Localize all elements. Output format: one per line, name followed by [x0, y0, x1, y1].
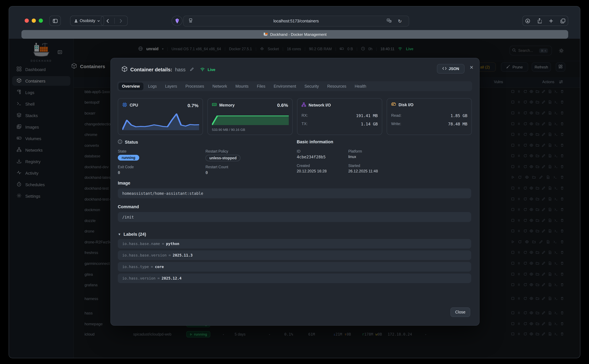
restart-count-value: 0 — [205, 170, 208, 175]
reload-icon[interactable]: ↻ — [398, 19, 402, 24]
tab-security[interactable]: Security — [301, 82, 322, 90]
url-bar[interactable]: localhost:5173/containers A文 ↻ — [183, 16, 409, 26]
sidebar-toggle-button[interactable] — [49, 16, 61, 26]
close-button[interactable]: Close — [450, 307, 470, 317]
tab-network[interactable]: Network — [209, 82, 231, 90]
profile-name: Osobisty — [80, 19, 95, 23]
disk-write: 78.48 MB — [448, 122, 467, 126]
modal-title: Container details: — [130, 67, 172, 72]
network-card: Network I/O RX:191.41 MB TX:1.14 GB — [297, 98, 382, 135]
restart-policy-label: Restart Policy — [205, 149, 228, 153]
modal-tabs: OverviewLogsLayersProcessesNetworkMounts… — [117, 81, 472, 91]
forward-button[interactable] — [114, 19, 127, 23]
disk-read: 1.85 GB — [450, 113, 467, 118]
label-row: io.hass.base.version=2025.11.3 — [118, 250, 471, 260]
cpu-icon — [122, 102, 127, 108]
tab-mounts[interactable]: Mounts — [232, 82, 252, 90]
url-text: localhost:5173/containers — [183, 19, 409, 23]
tab-files[interactable]: Files — [253, 82, 269, 90]
share-icon[interactable] — [537, 18, 542, 23]
restart-policy-badge: unless-stopped — [205, 155, 240, 161]
browser-toolbar: Osobisty localhost:5173/containers A文 ↻ — [9, 6, 580, 30]
page-tab-title: Dockhand - Docker Management — [270, 32, 326, 37]
screen: Osobisty localhost:5173/containers A文 ↻ — [0, 0, 589, 364]
close-icon[interactable]: ✕ — [468, 64, 475, 71]
back-button[interactable] — [101, 19, 114, 23]
tab-overview[interactable]: Overview — [119, 82, 143, 90]
profile-button[interactable]: Osobisty — [70, 16, 104, 26]
json-button[interactable]: JSON — [437, 64, 464, 74]
window-actions-group — [523, 16, 568, 26]
restart-count-label: Restart Count — [205, 165, 228, 169]
platform-value: linux — [348, 155, 356, 159]
created-label: Created — [297, 164, 310, 168]
label-row: io.hass.version=2025.12.4 — [118, 273, 471, 283]
container-details-modal: Container details: hass Live JSON ✕ Over… — [110, 58, 480, 326]
memory-card: Memory 0.6% 533.90 MB / 90.16 GB — [207, 98, 293, 135]
memory-sparkline — [212, 111, 289, 125]
collapse-triangle-icon: ▼ — [118, 233, 121, 236]
memory-icon — [212, 103, 217, 107]
id-label: ID — [297, 149, 300, 153]
dockhand-favicon — [263, 32, 268, 37]
disk-card: Disk I/O Read:1.85 GB Write:78.48 MB — [387, 98, 472, 135]
box-icon — [122, 66, 127, 73]
extension-button[interactable] — [172, 16, 182, 26]
tab-overview-icon[interactable] — [560, 18, 565, 23]
state-label: State — [118, 149, 126, 153]
image-heading: Image — [118, 181, 130, 186]
command-heading: Command — [118, 204, 139, 209]
tab-resources[interactable]: Resources — [324, 82, 350, 90]
label-row: io.hass.base.name=python — [118, 239, 471, 248]
started-label: Started — [348, 164, 360, 168]
exit-code-label: Exit Code — [118, 165, 134, 169]
command-value[interactable]: /init — [118, 212, 471, 222]
browser-window: Osobisty localhost:5173/containers A文 ↻ — [9, 6, 580, 358]
labels-heading[interactable]: ▼ Labels (24) — [118, 232, 146, 237]
memory-value: 0.6% — [277, 102, 288, 108]
edit-name-icon[interactable] — [190, 67, 194, 72]
network-icon — [302, 102, 306, 108]
platform-label: Platform — [348, 149, 362, 153]
network-tx: 1.14 GB — [361, 122, 378, 126]
new-tab-icon[interactable] — [549, 19, 553, 23]
sidebar-icon — [53, 19, 58, 23]
tab-layers[interactable]: Layers — [161, 82, 180, 90]
tab-health[interactable]: Health — [351, 82, 370, 90]
app-content: DOCKHAND DashboardContainersLogsShellSta… — [9, 39, 580, 358]
modal-live-label: Live — [208, 67, 215, 72]
user-icon — [74, 19, 78, 23]
downloads-icon[interactable] — [525, 18, 530, 23]
zoom-window-button[interactable] — [39, 19, 43, 23]
network-rx: 191.41 MB — [356, 113, 378, 118]
exit-code-value: 0 — [118, 170, 120, 175]
label-row: io.hass.type=core — [118, 262, 471, 272]
memory-detail: 533.90 MB / 90.16 GB — [212, 128, 245, 131]
history-nav-group — [101, 16, 128, 26]
created-value: 20.12.2025 16:28 — [297, 169, 327, 173]
disk-icon — [391, 102, 396, 107]
basic-info-heading: Basic information — [297, 139, 333, 144]
modal-container-name: hass — [175, 67, 186, 72]
cpu-value: 0.7% — [188, 103, 199, 108]
modal-header: Container details: hass Live JSON ✕ — [111, 58, 479, 79]
id-value: 4cbe234f28b5 — [297, 155, 326, 159]
svg-text:A: A — [388, 19, 389, 21]
image-value[interactable]: homeassistant/home-assistant:stable — [118, 188, 471, 198]
close-window-button[interactable] — [25, 19, 29, 23]
tab-environment[interactable]: Environment — [270, 82, 300, 90]
info-icon — [118, 139, 122, 145]
translate-icon[interactable]: A文 — [387, 18, 391, 24]
status-heading: Status — [118, 139, 138, 145]
chevron-down-icon — [97, 20, 100, 22]
tab-logs[interactable]: Logs — [145, 82, 160, 90]
wifi-live-icon — [200, 67, 205, 72]
cpu-card: CPU 0.7% — [118, 98, 203, 135]
minimize-window-button[interactable] — [32, 19, 36, 23]
page-tab[interactable]: Dockhand - Docker Management — [21, 30, 568, 39]
tab-processes[interactable]: Processes — [182, 82, 208, 90]
state-badge: running — [118, 155, 139, 161]
gem-extension-icon — [175, 18, 179, 24]
code-icon — [442, 66, 446, 71]
svg-text:文: 文 — [390, 20, 391, 22]
